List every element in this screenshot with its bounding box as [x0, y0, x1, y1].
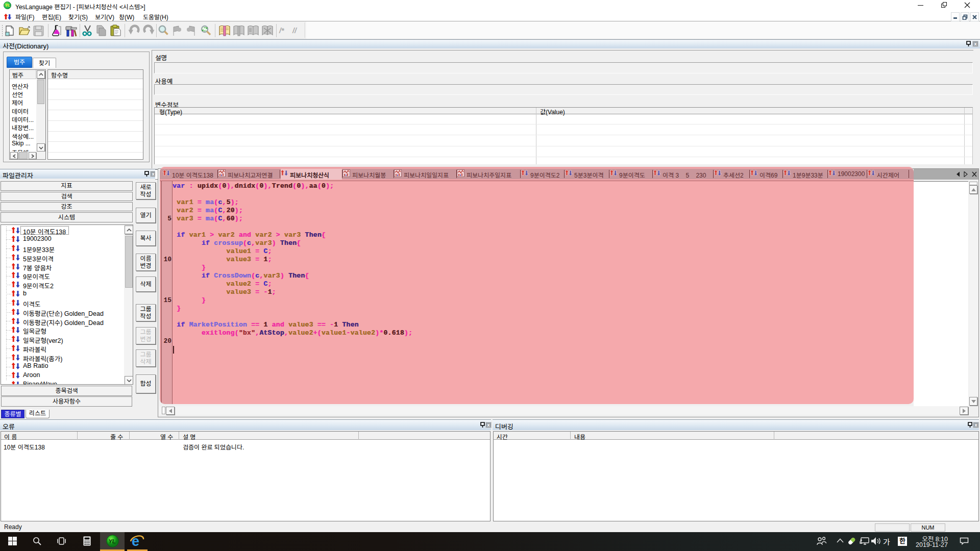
- svg-text:YL: YL: [109, 538, 116, 544]
